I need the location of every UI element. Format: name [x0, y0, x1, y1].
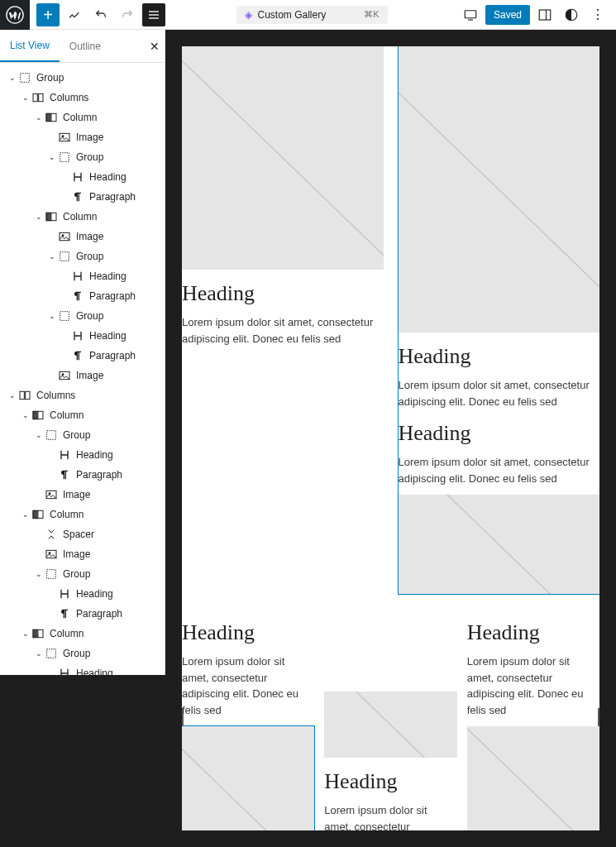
- tree-item-group[interactable]: ⌄Group: [0, 644, 165, 663]
- expand-caret-icon[interactable]: ⌄: [46, 252, 58, 261]
- save-button[interactable]: Saved: [485, 5, 530, 25]
- expand-caret-icon[interactable]: ⌄: [46, 153, 58, 161]
- close-panel-button[interactable]: ✕: [150, 40, 160, 53]
- options-menu-button[interactable]: ⋮: [586, 3, 609, 26]
- expand-caret-icon[interactable]: ⌄: [33, 431, 45, 439]
- svg-rect-32: [33, 510, 38, 518]
- expand-caret-icon[interactable]: ⌄: [20, 93, 31, 102]
- paragraph-block[interactable]: Lorem ipsum dolor sit amet, consectetur …: [324, 802, 456, 830]
- column-block[interactable]: Heading Lorem ipsum dolor sit amet, cons…: [182, 46, 384, 594]
- tree-item-column[interactable]: ⌄Column: [0, 108, 165, 127]
- heading-icon: [58, 667, 71, 675]
- columns-icon: [31, 91, 45, 104]
- image-placeholder[interactable]: [182, 46, 384, 270]
- styles-button[interactable]: [560, 3, 583, 26]
- image-placeholder[interactable]: [324, 691, 456, 758]
- heading-block[interactable]: Heading: [182, 281, 384, 306]
- tree-item-column[interactable]: ⌄Column: [0, 207, 165, 227]
- expand-caret-icon[interactable]: ⌄: [7, 74, 18, 82]
- expand-caret-icon[interactable]: ⌄: [46, 312, 58, 320]
- expand-caret-icon[interactable]: ⌄: [7, 391, 18, 400]
- heading-block[interactable]: Heading: [399, 344, 600, 369]
- image-icon: [45, 488, 58, 501]
- tree-item-para[interactable]: Paragraph: [0, 604, 165, 624]
- expand-caret-icon[interactable]: ⌄: [33, 649, 45, 658]
- tree-item-heading[interactable]: Heading: [0, 584, 165, 604]
- tree-item-column[interactable]: ⌄Column: [0, 505, 165, 524]
- tree-item-column[interactable]: ⌄Column: [0, 624, 165, 644]
- editor-canvas[interactable]: Heading Lorem ipsum dolor sit amet, cons…: [182, 46, 599, 830]
- group-icon: [45, 428, 58, 442]
- settings-sidebar-button[interactable]: [533, 3, 556, 26]
- paragraph-block[interactable]: Lorem ipsum dolor sit amet, consectetur …: [182, 653, 314, 718]
- tree-item-label: Paragraph: [76, 469, 122, 481]
- heading-block[interactable]: Heading: [324, 769, 456, 794]
- wordpress-logo-button[interactable]: [0, 0, 30, 30]
- tree-item-heading[interactable]: Heading: [0, 663, 165, 675]
- expand-caret-icon[interactable]: ⌄: [20, 510, 31, 519]
- paragraph-block[interactable]: Lorem ipsum dolor sit amet, consectetur …: [399, 454, 600, 486]
- spacer-block[interactable]: [324, 609, 456, 691]
- tree-item-image[interactable]: Image: [0, 127, 165, 147]
- redo-button[interactable]: [116, 3, 139, 26]
- tree-item-heading[interactable]: Heading: [0, 167, 165, 187]
- tree-item-heading[interactable]: Heading: [0, 445, 165, 465]
- paragraph-block[interactable]: Lorem ipsum dolor sit amet, consectetur …: [399, 377, 600, 409]
- image-placeholder[interactable]: [399, 46, 600, 333]
- column-block[interactable]: Heading Lorem ipsum dolor sit amet, cons…: [467, 609, 599, 830]
- group-icon: [58, 151, 71, 164]
- list-view-toggle-button[interactable]: [142, 3, 165, 26]
- tree-item-group[interactable]: ⌄Group: [0, 306, 165, 326]
- para-icon: [71, 290, 84, 303]
- tree-item-para[interactable]: Paragraph: [0, 346, 165, 366]
- heading-block[interactable]: Heading: [399, 421, 600, 446]
- tree-item-heading[interactable]: Heading: [0, 326, 165, 346]
- expand-caret-icon[interactable]: ⌄: [33, 570, 45, 578]
- paragraph-block[interactable]: Lorem ipsum dolor sit amet, consectetur …: [467, 653, 599, 718]
- tree-item-group[interactable]: ⌄Group: [0, 564, 165, 584]
- tree-item-spacer[interactable]: Spacer: [0, 524, 165, 544]
- expand-caret-icon[interactable]: ⌄: [20, 629, 31, 638]
- image-placeholder[interactable]: [467, 726, 599, 830]
- group-icon: [58, 309, 71, 323]
- expand-caret-icon[interactable]: ⌄: [33, 213, 45, 221]
- tree-item-para[interactable]: Paragraph: [0, 465, 165, 485]
- view-button[interactable]: [459, 3, 482, 26]
- tree-item-column[interactable]: ⌄Column: [0, 405, 165, 425]
- expand-caret-icon[interactable]: ⌄: [33, 113, 45, 122]
- tree-item-image[interactable]: Image: [0, 544, 165, 564]
- undo-button[interactable]: [89, 3, 112, 26]
- tree-item-group[interactable]: ⌄Group: [0, 246, 165, 266]
- add-block-button[interactable]: +: [36, 3, 60, 26]
- column-block[interactable]: Heading Lorem ipsum dolor sit amet, cons…: [399, 46, 600, 594]
- svg-rect-17: [46, 213, 51, 220]
- tree-item-image[interactable]: Image: [0, 485, 165, 505]
- tree-item-label: Spacer: [63, 529, 94, 540]
- block-breadcrumb-chip[interactable]: ◈ Custom Gallery ⌘K: [236, 6, 387, 24]
- tree-item-image[interactable]: Image: [0, 366, 165, 385]
- tree-item-label: Column: [63, 112, 97, 123]
- tree-item-heading[interactable]: Heading: [0, 266, 165, 286]
- svg-rect-4: [465, 10, 476, 17]
- heading-block[interactable]: Heading: [182, 620, 314, 645]
- tree-item-group[interactable]: ⌄Group: [0, 425, 165, 445]
- heading-block[interactable]: Heading: [467, 620, 599, 645]
- column-block[interactable]: Heading Lorem ipsum dolor sit amet, cons…: [182, 609, 314, 830]
- edit-mode-button[interactable]: [63, 3, 86, 26]
- tree-item-columns[interactable]: ⌄Columns: [0, 88, 165, 108]
- tree-item-columns[interactable]: ⌄Columns: [0, 385, 165, 405]
- image-placeholder[interactable]: [182, 726, 314, 830]
- image-placeholder[interactable]: [399, 495, 600, 594]
- tree-item-label: Group: [63, 429, 90, 441]
- image-icon: [58, 131, 71, 144]
- tab-outline[interactable]: Outline: [60, 30, 111, 62]
- tree-item-group[interactable]: ⌄Group: [0, 147, 165, 167]
- tree-item-group[interactable]: ⌄Group: [0, 68, 165, 88]
- tree-item-para[interactable]: Paragraph: [0, 187, 165, 207]
- paragraph-block[interactable]: Lorem ipsum dolor sit amet, consectetur …: [182, 314, 384, 347]
- tree-item-image[interactable]: Image: [0, 227, 165, 246]
- column-block[interactable]: Heading Lorem ipsum dolor sit amet, cons…: [324, 609, 456, 830]
- tab-list-view[interactable]: List View: [0, 30, 60, 62]
- tree-item-para[interactable]: Paragraph: [0, 286, 165, 306]
- expand-caret-icon[interactable]: ⌄: [20, 411, 31, 419]
